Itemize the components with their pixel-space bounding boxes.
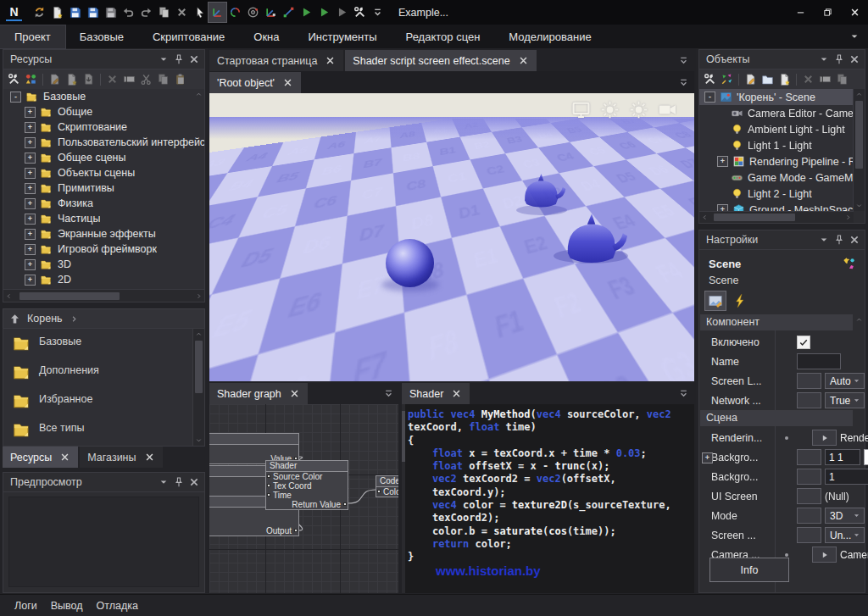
folders-vscrollbar[interactable] [192, 329, 204, 446]
up-level-icon[interactable] [8, 313, 21, 325]
collapse-icon[interactable] [816, 232, 832, 247]
camcorder-icon[interactable] [656, 98, 679, 121]
watermark-link[interactable]: www.historian.by [436, 563, 541, 578]
shader-code-tab[interactable]: Shader [402, 383, 470, 404]
scale-icon[interactable] [280, 3, 298, 22]
objects-tree-item[interactable]: Light 1 - Light [699, 137, 854, 153]
expand-box-icon[interactable]: + [25, 168, 36, 179]
scroll-up-icon[interactable] [193, 329, 204, 340]
resources-tree-item[interactable]: + Экранные эффекты [3, 226, 204, 241]
checkbox[interactable] [797, 336, 810, 349]
resources-tree-item[interactable]: + Объекты сцены [3, 165, 204, 180]
expand-reference-button[interactable] [812, 430, 837, 446]
scroll-up-icon[interactable] [193, 89, 204, 100]
port-out[interactable] [294, 529, 298, 532]
resources-tree-item[interactable]: + Скриптование [3, 119, 204, 135]
pin-icon[interactable] [832, 52, 847, 67]
save-all-icon[interactable] [102, 3, 120, 22]
code-vscrollbar[interactable] [402, 404, 405, 593]
close-tab-icon[interactable] [59, 452, 70, 463]
section-header[interactable]: Компонент [700, 314, 853, 330]
snap-move-icon[interactable] [262, 3, 280, 22]
expand-box-icon[interactable]: + [25, 183, 36, 194]
settings-icon[interactable] [703, 72, 717, 86]
viewport-tab-root-object[interactable]: 'Root object' [209, 72, 301, 93]
expand-box-icon[interactable]: + [25, 259, 36, 270]
status-tab-2[interactable]: Отладка [90, 597, 145, 614]
redo-icon[interactable] [137, 3, 155, 22]
close-icon[interactable] [186, 474, 202, 490]
expand-box-icon[interactable]: + [25, 107, 36, 118]
teapot-objects[interactable] [209, 93, 694, 381]
scroll-right-icon[interactable] [193, 291, 204, 302]
resources-tree-item[interactable]: + Частицы [3, 211, 204, 226]
objects-hscrollbar[interactable] [699, 211, 854, 223]
objects-tree-item[interactable]: Light 2 - Light [699, 186, 854, 202]
collapse-icon[interactable] [156, 474, 171, 490]
display-icon[interactable] [570, 98, 593, 121]
scroll-right-icon[interactable] [843, 212, 854, 223]
menu-item-5[interactable]: Редактор сцен [392, 25, 495, 48]
objects-tree-item[interactable]: - 'Корень' - Scene [699, 89, 854, 105]
folder-list-item[interactable]: Все типы [3, 419, 192, 446]
rotate-icon[interactable] [226, 3, 244, 22]
expand-box-icon[interactable]: + [25, 122, 36, 133]
breadcrumb-label[interactable]: Корень [27, 313, 63, 325]
objects-tree-item[interactable]: Camera Editor - Camera [699, 105, 854, 121]
scroll-up-icon[interactable] [854, 314, 865, 325]
expand-box-icon[interactable]: + [717, 156, 728, 167]
tab-0[interactable]: Ресурсы [3, 447, 78, 468]
property-options-button[interactable] [797, 392, 821, 408]
close-tab-icon[interactable] [518, 55, 529, 66]
refresh-icon[interactable] [31, 3, 48, 22]
resources-tree-item[interactable]: + Общее сцены [3, 150, 204, 165]
resources-tree-item[interactable]: + 3D [3, 257, 204, 272]
objects-tree-item[interactable]: + Rendering Pipeline - Ren [699, 153, 854, 169]
collapse-icon[interactable] [156, 52, 171, 67]
menu-overflow-chevron-icon[interactable] [849, 31, 860, 42]
close-icon[interactable] [847, 52, 862, 67]
save-as-icon[interactable] [84, 3, 102, 22]
scroll-left-icon[interactable] [699, 212, 710, 223]
transform-icon[interactable] [720, 72, 734, 86]
resources-tree-item[interactable]: + Пользовательский интерфейс [3, 135, 204, 150]
new-folder-icon[interactable] [760, 72, 775, 86]
resources-tree-item[interactable]: + Физика [3, 196, 204, 211]
play-icon[interactable] [298, 3, 315, 22]
expand-box-icon[interactable]: + [25, 153, 36, 164]
close-tab-icon[interactable] [451, 388, 462, 399]
tab-overflow-icon[interactable] [677, 54, 690, 67]
import-icon[interactable] [81, 72, 96, 86]
copy-icon[interactable] [156, 72, 170, 86]
resources-tree-item[interactable]: - Базовые [3, 89, 204, 104]
select-icon[interactable] [191, 3, 209, 22]
menu-item-3[interactable]: Окна [239, 25, 293, 48]
folder-list-item[interactable]: Избранное [3, 390, 192, 418]
collapse-box-icon[interactable]: - [704, 92, 715, 103]
pin-icon[interactable] [171, 474, 186, 490]
expand-box-icon[interactable]: + [702, 452, 713, 463]
resources-tree-item[interactable]: + 2D [3, 272, 204, 287]
menu-item-2[interactable]: Скриптование [138, 25, 239, 48]
tab-1[interactable]: Shader script screen effect.scene [345, 50, 536, 71]
objects-vscrollbar[interactable] [853, 89, 865, 211]
settings-vscrollbar[interactable] [854, 314, 865, 560]
property-options-button[interactable] [797, 449, 821, 465]
menu-item-1[interactable]: Базовые [65, 25, 138, 48]
minimize-button[interactable] [787, 0, 814, 25]
collapse-icon[interactable] [816, 52, 832, 67]
port-in[interactable] [267, 474, 270, 478]
scene-viewport[interactable]: A5A6A7A8A1A2A3A4A5A6A7A8A1A2A3A4A5A6A7A8… [209, 93, 694, 381]
overflow-icon[interactable] [369, 3, 387, 22]
restore-button[interactable] [814, 0, 841, 25]
new-object-icon[interactable] [777, 72, 792, 86]
shader-code-editor[interactable]: public vec4 MyMethod(vec4 sourceColor, v… [402, 404, 694, 593]
move-icon[interactable] [209, 3, 226, 22]
tab-overflow-icon[interactable] [382, 387, 395, 400]
expand-box-icon[interactable]: + [25, 214, 36, 225]
paste-icon[interactable] [173, 72, 187, 86]
tools-icon[interactable] [351, 3, 369, 22]
graph-node-4[interactable]: Code Gen Color [376, 475, 398, 497]
scroll-up-icon[interactable] [854, 89, 865, 100]
close-icon[interactable] [186, 52, 202, 67]
